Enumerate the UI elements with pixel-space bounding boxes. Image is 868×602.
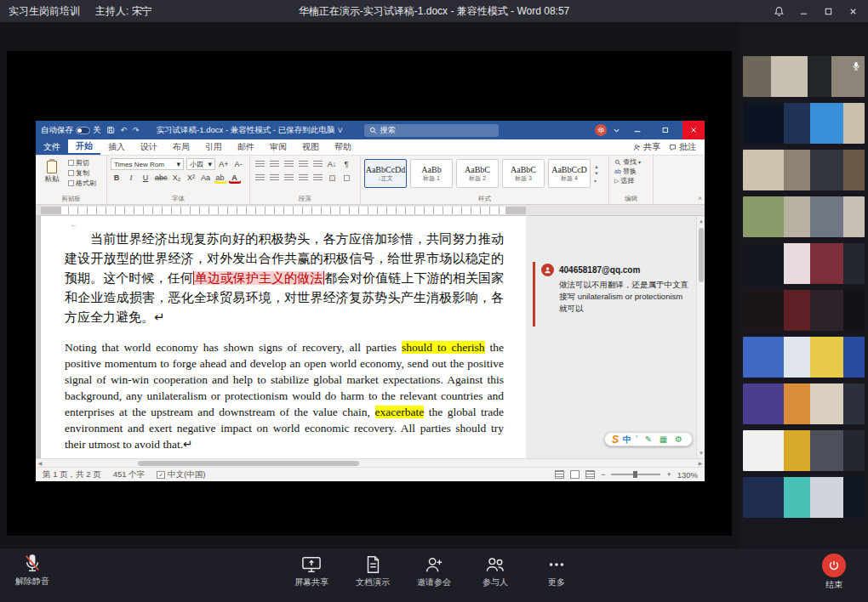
comments-button[interactable]: 批注 <box>669 141 696 153</box>
tab-design[interactable]: 设计 <box>133 139 165 155</box>
autosave-toggle[interactable]: 自动保存 关 <box>41 125 101 136</box>
bullets-button[interactable] <box>254 158 266 170</box>
bold-button[interactable]: B <box>111 172 123 184</box>
decrease-indent-button[interactable] <box>297 158 309 170</box>
font-color-button[interactable]: A <box>229 172 241 184</box>
scroll-right-icon[interactable]: ▶ <box>696 459 705 468</box>
paste-button[interactable]: 粘贴 <box>39 157 65 188</box>
zoom-slider-thumb[interactable] <box>633 471 637 478</box>
horizontal-ruler[interactable] <box>36 205 705 216</box>
numbering-button[interactable] <box>268 158 280 170</box>
shrink-font-button[interactable]: A- <box>232 158 244 170</box>
tab-view[interactable]: 视图 <box>294 139 327 155</box>
participant-video[interactable] <box>743 150 865 190</box>
tab-references[interactable]: 引用 <box>197 139 230 155</box>
zoom-in-icon[interactable]: + <box>666 471 671 479</box>
horizontal-scroll-thumb[interactable] <box>138 461 359 466</box>
tab-insert[interactable]: 插入 <box>100 139 133 155</box>
change-case-button[interactable]: Aa <box>200 172 212 184</box>
participant-video[interactable] <box>743 383 865 424</box>
line-spacing-button[interactable] <box>311 172 323 184</box>
copy-button[interactable]: 复制 <box>66 168 98 178</box>
increase-indent-button[interactable] <box>311 158 323 170</box>
tab-layout[interactable]: 布局 <box>165 139 197 155</box>
style-heading3[interactable]: AaBbC标题 3 <box>502 159 545 188</box>
sogou-logo-icon[interactable]: S <box>612 434 619 446</box>
align-left-button[interactable] <box>254 172 266 184</box>
zoom-slider[interactable] <box>611 474 660 475</box>
styles-scroll-up-icon[interactable]: ▲ <box>594 164 599 169</box>
save-icon[interactable] <box>106 126 115 134</box>
italic-button[interactable]: I <box>125 172 137 184</box>
font-size-combo[interactable]: 小四▾ <box>186 158 215 170</box>
participant-video[interactable] <box>743 290 865 331</box>
participants-button[interactable]: 参与人 <box>471 555 520 588</box>
zoom-level[interactable]: 130% <box>677 470 698 480</box>
tab-file[interactable]: 文件 <box>36 139 68 155</box>
grow-font-button[interactable]: A+ <box>218 158 230 170</box>
vertical-scrollbar[interactable]: ▲ ▼ <box>696 216 705 458</box>
word-restore-icon[interactable] <box>654 121 677 139</box>
ime-tool-icons[interactable]: ’ ✎ ▦ ⚙ <box>636 434 685 444</box>
layout-toggle-icon[interactable] <box>744 32 761 44</box>
superscript-button[interactable]: X² <box>186 172 197 184</box>
comment-author-icon[interactable] <box>541 264 554 276</box>
sort-button[interactable]: A↓ <box>326 158 338 170</box>
tab-home[interactable]: 开始 <box>68 139 100 155</box>
align-right-button[interactable] <box>283 172 294 184</box>
collapse-ribbon-icon[interactable]: ˄ <box>698 195 702 202</box>
maximize-window-icon[interactable] <box>821 4 835 18</box>
align-center-button[interactable] <box>268 172 280 184</box>
word-search-box[interactable] <box>364 124 499 137</box>
style-normal[interactable]: AaBbCcDd↓正文 <box>364 159 407 188</box>
find-button[interactable]: 查找 ▾ <box>613 157 649 167</box>
print-layout-icon[interactable] <box>570 470 580 479</box>
replace-button[interactable]: ab 替换 <box>613 167 649 176</box>
language-indicator[interactable]: ✓ 中文(中国) <box>157 469 205 480</box>
word-count[interactable]: 451 个字 <box>113 469 146 480</box>
justify-button[interactable] <box>297 172 309 184</box>
participant-video[interactable] <box>743 196 865 237</box>
document-page[interactable]: ← 当前世界经济出现复苏向好的积极势头，各方应倍加珍惜，共同努力推动建设开放型的… <box>41 216 526 458</box>
show-marks-button[interactable]: ¶ <box>340 158 352 170</box>
strikethrough-button[interactable]: abc <box>154 172 168 184</box>
vertical-scroll-thumb[interactable] <box>699 228 704 282</box>
share-button[interactable]: 共享 <box>633 141 660 153</box>
end-meeting-button[interactable]: 结束 <box>822 554 846 591</box>
participant-video[interactable] <box>743 337 865 378</box>
participant-video[interactable] <box>743 243 865 284</box>
subscript-button[interactable]: X₂ <box>171 172 183 184</box>
select-button[interactable]: ▷ 选择 <box>613 176 649 185</box>
text-highlight-button[interactable]: ab <box>214 172 226 184</box>
zoom-out-icon[interactable]: − <box>601 471 605 479</box>
comment-author[interactable]: 404658187@qq.com <box>559 265 640 275</box>
style-heading2[interactable]: AaBbC标题 2 <box>456 159 499 188</box>
tab-review[interactable]: 审阅 <box>262 139 294 155</box>
style-heading4[interactable]: AaBbCcD标题 4 <box>548 159 591 188</box>
scroll-up-icon[interactable]: ▲ <box>697 217 705 225</box>
doc-present-button[interactable]: 文档演示 <box>348 555 397 588</box>
screen-share-button[interactable]: 屏幕共享 <box>287 555 336 588</box>
comment-text[interactable]: 做法可以不用翻译，还是属于中文直接写 unilateralism or prot… <box>559 279 688 315</box>
ime-mode-cn-icon[interactable]: 中 <box>623 434 631 446</box>
horizontal-scrollbar[interactable]: ◀ ▶ <box>36 458 705 467</box>
web-layout-icon[interactable] <box>585 470 595 479</box>
search-input[interactable] <box>380 126 474 134</box>
multilevel-list-button[interactable] <box>283 158 294 170</box>
shading-button[interactable] <box>326 172 338 184</box>
more-button[interactable]: 更多 <box>532 555 581 588</box>
participant-video[interactable] <box>743 103 865 144</box>
undo-icon[interactable]: ↶ <box>121 127 128 134</box>
font-name-combo[interactable]: Times New Rom▾ <box>111 158 184 170</box>
participant-video[interactable] <box>743 430 865 471</box>
word-close-icon[interactable] <box>682 121 705 139</box>
borders-button[interactable] <box>340 172 352 184</box>
participant-video[interactable] <box>743 56 865 97</box>
tab-mailings[interactable]: 邮件 <box>230 139 262 155</box>
underline-button[interactable]: U <box>140 172 151 184</box>
close-window-icon[interactable] <box>846 4 859 18</box>
tab-help[interactable]: 帮助 <box>327 139 359 155</box>
notification-bell-icon[interactable] <box>772 4 785 18</box>
invite-button[interactable]: 邀请参会 <box>409 555 459 588</box>
read-mode-icon[interactable] <box>555 470 564 479</box>
